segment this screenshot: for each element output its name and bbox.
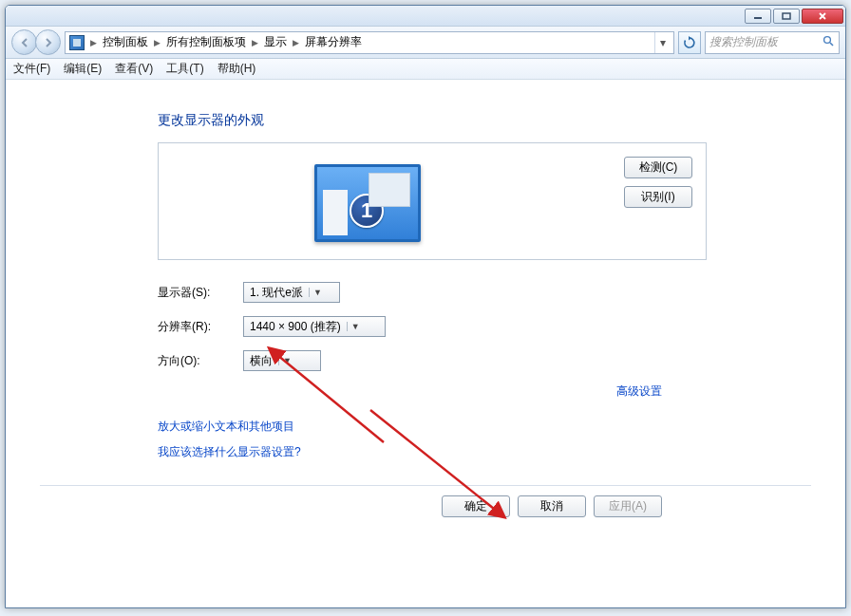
search-icon — [823, 35, 835, 50]
breadcrumb-item[interactable]: 显示 — [264, 34, 287, 50]
menu-tools[interactable]: 工具(T) — [166, 61, 203, 77]
detect-button[interactable]: 检测(C) — [624, 157, 692, 178]
refresh-button[interactable] — [678, 31, 701, 54]
svg-rect-1 — [783, 13, 790, 19]
chevron-right-icon: ▶ — [291, 38, 301, 47]
control-panel-icon — [69, 35, 85, 50]
close-button[interactable] — [802, 9, 843, 24]
breadcrumb-item[interactable]: 控制面板 — [103, 34, 148, 50]
nav-buttons — [11, 29, 61, 55]
address-dropdown-icon[interactable]: ▾ — [654, 32, 670, 53]
search-placeholder: 搜索控制面板 — [709, 34, 823, 50]
monitor-preview-box: 1 检测(C) 识别(I) — [158, 142, 707, 260]
display-label: 显示器(S): — [158, 285, 243, 301]
apply-button[interactable]: 应用(A) — [594, 495, 662, 517]
breadcrumb-item[interactable]: 屏幕分辨率 — [305, 34, 362, 50]
resolution-value: 1440 × 900 (推荐) — [250, 319, 341, 335]
chevron-right-icon: ▶ — [250, 38, 260, 47]
orientation-select[interactable]: 横向 ▼ — [243, 350, 321, 371]
maximize-button[interactable] — [773, 9, 800, 24]
breadcrumb-bar[interactable]: ▶ 控制面板 ▶ 所有控制面板项 ▶ 显示 ▶ 屏幕分辨率 ▾ — [65, 31, 674, 54]
orientation-label: 方向(O): — [158, 353, 243, 369]
display-select[interactable]: 1. 现代e派 ▼ — [243, 282, 340, 303]
menu-help[interactable]: 帮助(H) — [217, 61, 256, 77]
chevron-right-icon: ▶ — [152, 38, 162, 47]
forward-button[interactable] — [35, 29, 61, 55]
chevron-down-icon: ▼ — [278, 356, 292, 365]
search-input[interactable]: 搜索控制面板 — [705, 31, 840, 54]
menu-file[interactable]: 文件(F) — [13, 61, 50, 77]
breadcrumb-item[interactable]: 所有控制面板项 — [166, 34, 246, 50]
chevron-down-icon: ▼ — [309, 288, 322, 297]
page-heading: 更改显示器的外观 — [158, 112, 828, 129]
svg-rect-0 — [754, 17, 762, 19]
menu-view[interactable]: 查看(V) — [115, 61, 153, 77]
cancel-button[interactable]: 取消 — [518, 495, 586, 517]
content-area: 更改显示器的外观 1 检测(C) 识别(I) 显示器(S): 1. 现代e派 ▼… — [6, 80, 845, 607]
advanced-settings-link[interactable]: 高级设置 — [616, 384, 662, 398]
chevron-right-icon: ▶ — [88, 38, 99, 47]
back-button[interactable] — [11, 29, 37, 55]
menu-bar: 文件(F) 编辑(E) 查看(V) 工具(T) 帮助(H) — [6, 59, 845, 80]
identify-button[interactable]: 识别(I) — [624, 186, 692, 208]
monitor-number-badge: 1 — [350, 194, 384, 228]
resolution-label: 分辨率(R): — [158, 319, 243, 335]
svg-point-2 — [824, 36, 831, 43]
display-value: 1. 现代e派 — [250, 285, 303, 301]
which-settings-link[interactable]: 我应该选择什么显示器设置? — [158, 444, 828, 460]
settings-form: 显示器(S): 1. 现代e派 ▼ 分辨率(R): 1440 × 900 (推荐… — [158, 281, 828, 372]
orientation-value: 横向 — [250, 353, 273, 369]
ok-button[interactable]: 确定 — [442, 495, 510, 517]
chevron-down-icon: ▼ — [347, 322, 360, 331]
resolution-select[interactable]: 1440 × 900 (推荐) ▼ — [243, 316, 386, 337]
menu-edit[interactable]: 编辑(E) — [64, 61, 102, 77]
control-panel-window: ▶ 控制面板 ▶ 所有控制面板项 ▶ 显示 ▶ 屏幕分辨率 ▾ 搜索控制面板 文… — [5, 5, 846, 608]
titlebar — [6, 6, 845, 27]
minimize-button[interactable] — [745, 9, 771, 24]
text-scaling-link[interactable]: 放大或缩小文本和其他项目 — [158, 419, 828, 435]
address-bar: ▶ 控制面板 ▶ 所有控制面板项 ▶ 显示 ▶ 屏幕分辨率 ▾ 搜索控制面板 — [6, 27, 845, 59]
svg-line-3 — [830, 43, 833, 46]
monitor-thumbnail[interactable]: 1 — [314, 164, 421, 242]
monitor-taskbar-icon — [323, 190, 348, 235]
